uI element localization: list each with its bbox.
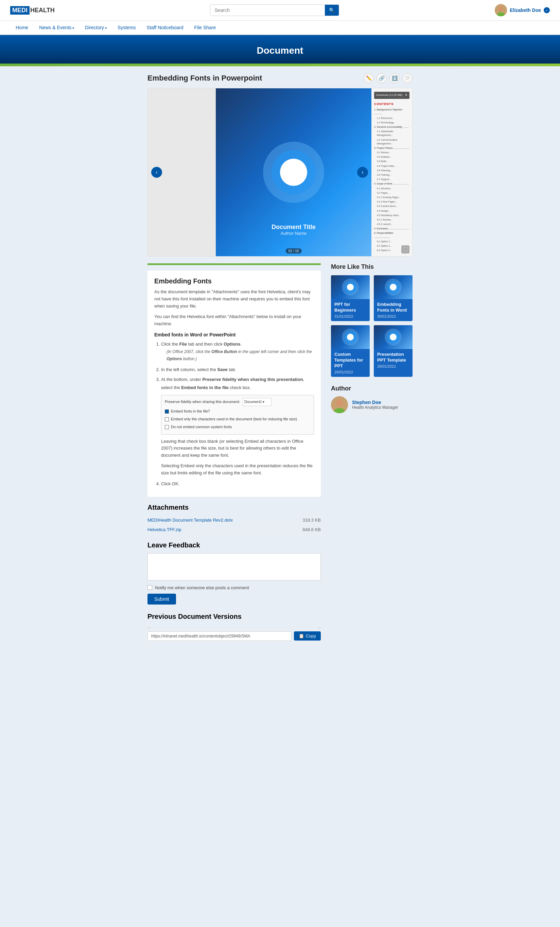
article-para4: Selecting Embed only the characters used…: [161, 462, 314, 477]
nav-news-events[interactable]: News & Events: [33, 21, 79, 34]
cb-label-2: Embed only the characters used in the do…: [171, 416, 297, 423]
more-card-img-4: [374, 325, 413, 349]
document-actions: ✏️ 🔗 ⬇️ ♡: [364, 73, 413, 83]
more-card-img-1: [331, 275, 370, 299]
more-grid: PPT for Beginners 31/01/2022 Embedding F…: [331, 275, 413, 377]
author-card: Stephen Doe Health Analytics Manager: [331, 396, 413, 413]
toc-item: 4.3 Content Items...: [377, 204, 410, 208]
author-avatar: [331, 396, 348, 413]
logo: MEDIHEALTH: [10, 6, 55, 15]
version-url-input[interactable]: [147, 631, 291, 641]
cb-dropdown[interactable]: Document1 ▾: [243, 398, 272, 406]
toc-item: 4.2.2 New Pages...: [377, 200, 410, 204]
notify-row: Notify me when someone else posts a comm…: [147, 585, 321, 590]
carousel-right-panel: Download (11.35 MB) ⬇ CONTENTS 1. Backgr…: [372, 88, 412, 256]
notify-checkbox[interactable]: [147, 585, 152, 590]
toc-item: 4.5 Mandatory notes...: [377, 213, 410, 217]
more-card-2[interactable]: Embedding Fonts in Word 30/01/2022: [374, 275, 413, 321]
more-card-date-4: 28/01/2022: [377, 364, 409, 368]
checkbox-mockup: Preserve fidelity when sharing this docu…: [161, 395, 314, 434]
more-card-title-1: PPT for Beginners: [334, 302, 366, 313]
toc-item: 1.2 Terminology...: [377, 121, 410, 125]
carousel-circle-inner: [280, 159, 307, 186]
toc-item: 4. Scope of Work .......................…: [374, 182, 410, 185]
navigation: Home News & Events Directory Systems Sta…: [0, 21, 560, 35]
document-header: Embedding Fonts in Powerpoint ✏️ 🔗 ⬇️ ♡: [147, 73, 413, 83]
article-sub-heading: Embed fonts in Word or PowerPoint: [154, 332, 314, 337]
more-card-date-1: 31/01/2022: [334, 314, 366, 318]
two-column-layout: Embedding Fonts As the document template…: [147, 263, 413, 641]
copy-button[interactable]: 📋 Copy: [294, 631, 321, 641]
header: MEDIHEALTH 🔍 Elizabeth Doe ✓: [0, 0, 560, 21]
toc-item: 4.1 Structure...: [377, 187, 410, 190]
more-card-body-1: PPT for Beginners 31/01/2022: [331, 299, 370, 321]
svg-point-1: [498, 6, 503, 11]
attachment-link-1[interactable]: MEDIHealth Document Template Rev2.dotx: [147, 518, 233, 523]
author-role: Health Analytics Manager: [352, 405, 398, 410]
nav-home[interactable]: Home: [10, 21, 33, 34]
cb-header-label: Preserve fidelity when sharing this docu…: [165, 398, 240, 406]
article-para3: Leaving that check box blank (or selecti…: [161, 438, 314, 459]
toc-item: 1.1 Resources...: [377, 116, 410, 120]
versions-section: Previous Document Versions ... ... 📋 Cop…: [147, 613, 321, 641]
carousel-next-button[interactable]: ›: [357, 167, 368, 178]
nav-directory[interactable]: Directory: [79, 21, 112, 34]
attachment-link-2[interactable]: Helvetica TFF.zip: [147, 527, 181, 532]
download-icon-button[interactable]: ⬇️: [389, 73, 400, 83]
page-banner: Document: [0, 35, 560, 66]
checkbox-embed-fonts[interactable]: [165, 409, 169, 413]
attachment-size-2: 848.6 KB: [303, 527, 321, 532]
share-icon-button[interactable]: 🔗: [376, 73, 387, 83]
more-card-img-3: [331, 325, 370, 349]
step-1: Click the File tab and then click Option…: [161, 340, 314, 363]
toc-item: 4.4 Design...: [377, 209, 410, 213]
user-badge-icon: ✓: [544, 7, 550, 13]
toc-item: 3.7 Support...: [377, 177, 410, 181]
more-card-4[interactable]: Presentation PPT Template 28/01/2022: [374, 325, 413, 377]
avatar: [495, 4, 507, 16]
version-col2: ...: [318, 625, 321, 629]
nav-systems[interactable]: Systems: [112, 21, 141, 34]
search-input[interactable]: [210, 5, 325, 16]
cb-row-2: Embed only the characters used in the do…: [165, 416, 310, 423]
cb-label-1: Embed fonts in the file?: [171, 408, 210, 415]
toc-item: 1. Background & Objective ............: [374, 108, 410, 115]
logo-health: HEALTH: [30, 7, 55, 14]
download-button[interactable]: Download (11.35 MB) ⬇: [374, 92, 410, 99]
author-info: Stephen Doe Health Analytics Manager: [352, 400, 398, 410]
step-1-note: (In Office 2007, click the Office Button…: [167, 348, 314, 363]
more-card-title-2: Embedding Fonts in Word: [377, 302, 409, 313]
main-content: Embedding Fonts in Powerpoint ✏️ 🔗 ⬇️ ♡ …: [141, 66, 419, 648]
more-card-date-3: 29/01/2022: [334, 370, 366, 374]
download-label: Download (11.35 MB): [376, 93, 402, 97]
cb-header: Preserve fidelity when sharing this docu…: [165, 398, 310, 406]
more-card-body-3: Custom Templates for PPT 29/01/2022: [331, 349, 370, 377]
search-button[interactable]: 🔍: [325, 5, 339, 16]
feedback-textarea[interactable]: [147, 553, 321, 581]
toc-list: 1. Background & Objective ............ 1…: [374, 108, 410, 252]
author-name[interactable]: Stephen Doe: [352, 400, 398, 405]
carousel-prev-button[interactable]: ‹: [151, 167, 162, 178]
checkbox-embed-only[interactable]: [165, 417, 169, 421]
more-card-body-4: Presentation PPT Template 28/01/2022: [374, 349, 413, 371]
carousel-counter: 01 / 10: [286, 248, 302, 254]
user-name[interactable]: Elizabeth Doe: [510, 8, 541, 13]
more-card-img-2: [374, 275, 413, 299]
fullscreen-button[interactable]: ⛶: [401, 245, 410, 254]
heart-icon-button[interactable]: ♡: [402, 73, 413, 83]
toc-item: 3. Project Phases ......................…: [374, 146, 410, 150]
attachment-row-1: MEDIHealth Document Template Rev2.dotx 3…: [147, 515, 321, 525]
more-card-1[interactable]: PPT for Beginners 31/01/2022: [331, 275, 370, 321]
submit-button[interactable]: Submit: [147, 594, 176, 605]
carousel-circle-outer: [263, 142, 324, 203]
edit-icon-button[interactable]: ✏️: [364, 73, 374, 83]
nav-staff-noticeboard[interactable]: Staff Noticeboard: [141, 21, 189, 34]
toc-item: 4.5.1 Review...: [377, 218, 410, 222]
nav-file-share[interactable]: File Share: [188, 21, 221, 34]
attachment-size-1: 318.3 KB: [303, 518, 321, 523]
more-card-3[interactable]: Custom Templates for PPT 29/01/2022: [331, 325, 370, 377]
page-title: Document: [7, 45, 553, 56]
checkbox-no-common[interactable]: [165, 425, 169, 429]
toc-item: 2.1 Stakeholder Management...: [377, 129, 410, 137]
version-link-row: 📋 Copy: [147, 631, 321, 641]
